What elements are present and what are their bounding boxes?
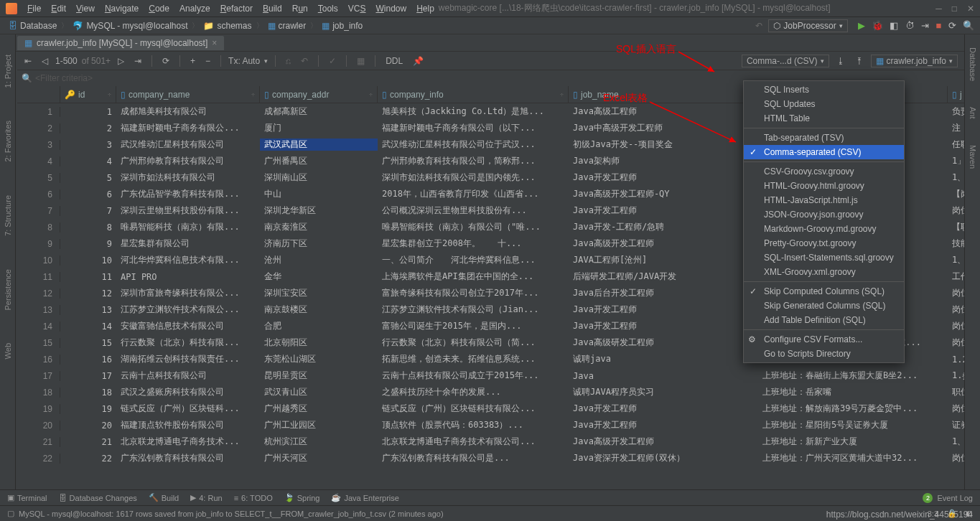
right-tab-ant[interactable]: Ant (967, 101, 979, 125)
cell-company-info[interactable]: 公司概况深圳云里物里科技股份有... (378, 205, 569, 217)
cell-id[interactable]: 19 (60, 404, 116, 414)
menu-xml-groovy[interactable]: XML-Groovy.xml.groovy (744, 265, 904, 279)
cell-company-addr[interactable]: 昆明呈贡区 (260, 370, 378, 382)
cell-company-name[interactable]: 福建新时颖电子商务有限公... (116, 122, 260, 134)
cell-job-name[interactable]: Java开发工程师 (569, 403, 758, 415)
next-page-icon[interactable]: ▷ (115, 55, 127, 67)
bottom-build[interactable]: 🔨 Build (149, 493, 179, 502)
cell-job-name[interactable]: Java高级开发工程师-QY (569, 188, 758, 200)
menu-html-table[interactable]: HTML Table (744, 111, 904, 126)
cell-company-name[interactable]: 成都旭美科技有限公司 (116, 105, 260, 118)
cell-job-name[interactable]: Java开发工程师 (569, 320, 758, 332)
run-config-dropdown[interactable]: ⬡JobProcessor▾ (768, 19, 847, 32)
menu-run[interactable]: Run (288, 2, 312, 15)
cell-job-addr[interactable]: 上班地址：星阳街5号吴证券大厦 (758, 419, 948, 431)
profile-button[interactable]: ⏱ (905, 20, 915, 31)
close-button[interactable]: ✕ (967, 4, 974, 14)
export-format-dropdown[interactable]: Comma-...d (CSV)▾ (742, 55, 829, 67)
cell-company-name[interactable]: 广州邢帅教育科技有限公司 (116, 155, 260, 167)
left-tab-persistence[interactable]: Persistence (2, 263, 14, 316)
maximize-button[interactable]: □ (952, 4, 957, 14)
cell-id[interactable]: 9 (60, 239, 116, 249)
menu-configure-csv[interactable]: ⚙Configure CSV Formats... (744, 332, 904, 347)
debug-button[interactable]: 🐞 (872, 20, 883, 31)
menu-pretty-groovy[interactable]: Pretty-Groovy.txt.groovy (744, 236, 904, 250)
column-id[interactable]: 🔑id÷ (60, 86, 116, 103)
stop-button[interactable]: ■ (935, 20, 941, 31)
cell-job-name[interactable]: Java (569, 371, 758, 381)
rollback-icon[interactable]: ↶ (298, 55, 311, 67)
cell-company-info[interactable]: 广州邢帅教育科技有限公司，简称邢... (378, 155, 569, 167)
cell-company-info[interactable]: 拓新思维，创造未来。拓维信息系统... (378, 353, 569, 365)
cell-company-addr[interactable]: 深圳宝安区 (260, 287, 378, 299)
cell-id[interactable]: 5 (60, 173, 116, 183)
cell-company-addr[interactable]: 厦门 (260, 122, 378, 134)
close-tab-icon[interactable]: × (212, 38, 217, 48)
cell-job-addr[interactable]: 上班地址：新新产业大厦 (758, 436, 948, 448)
cell-company-info[interactable]: 行云数聚（北京）科技有限公司（简... (378, 337, 569, 349)
cell-company-name[interactable]: 北京联龙博通电子商务技术... (116, 436, 260, 448)
cell-id[interactable]: 1 (60, 107, 116, 117)
cell-id[interactable]: 15 (60, 338, 116, 348)
menu-edit[interactable]: Edit (47, 2, 70, 15)
cell-company-name[interactable]: 链式反应（广州）区块链科... (116, 403, 260, 415)
submit-icon[interactable]: ✓ (326, 55, 339, 67)
cell-id[interactable]: 13 (60, 305, 116, 315)
cell-job-name[interactable]: Java高级研发工程师 (569, 337, 758, 349)
cell-id[interactable]: 17 (60, 371, 116, 381)
cell-company-info[interactable]: 上海埃腾软件是API集团在中国的全... (378, 271, 569, 283)
cell-id[interactable]: 18 (60, 388, 116, 398)
breadcrumb-database[interactable]: 🗄Database (6, 21, 60, 31)
cell-company-name[interactable]: 深圳云里物里科技股份有限... (116, 205, 260, 217)
cell-job-addr[interactable]: 上班地址：广州天河区黄埔大道中32... (758, 452, 948, 464)
cell-id[interactable]: 14 (60, 321, 116, 332)
cell-job-name[interactable]: 诚聘JAVA程序员实习 (569, 386, 758, 398)
menu-json-groovy[interactable]: JSON-Groovy.json.groovy (744, 207, 904, 222)
bottom-java-ee[interactable]: ☕ Java Enterprise (331, 493, 398, 502)
cell-company-addr[interactable]: 杭州滨江区 (260, 436, 378, 448)
cell-id[interactable]: 7 (60, 206, 116, 216)
next-page-all-icon[interactable]: ⇥ (131, 55, 144, 67)
menu-csv[interactable]: ✓Comma-separated (CSV) (744, 145, 904, 159)
column-company-info[interactable]: ▯company_info÷ (378, 86, 569, 103)
cell-company-addr[interactable]: 深圳南山区 (260, 172, 378, 184)
menu-refactor[interactable]: Refactor (216, 2, 257, 15)
breadcrumb-mysql[interactable]: 🐬MySQL - mysql@localhost (70, 21, 190, 31)
cell-company-addr[interactable]: 济南历下区 (260, 238, 378, 250)
cell-job-name[interactable]: Java高级开发工程师 (569, 436, 758, 448)
menu-tsv[interactable]: Tab-separated (TSV) (744, 131, 904, 145)
export-download-icon[interactable]: ⭳ (834, 55, 848, 67)
cell-company-info[interactable]: 福建新时颖电子商务有限公司（以下... (378, 122, 569, 134)
table-row[interactable]: 2020福建顶点软件股份有限公司广州工业园区顶点软件（股票代码：603383）.… (17, 417, 980, 433)
cell-company-name[interactable]: 武汉之盛账房科技有限公司 (116, 386, 260, 398)
cell-company-name[interactable]: 福建顶点软件股份有限公司 (116, 419, 260, 431)
cell-company-info[interactable]: 星宏集群创立于2008年。 十... (378, 238, 569, 250)
menu-sql-insert-groovy[interactable]: SQL-Insert-Statements.sql.groovy (744, 250, 904, 265)
cell-job-addr[interactable]: 上班地址：春融街上海东盟大厦B坐2... (758, 370, 948, 382)
menu-add-table-def[interactable]: Add Table Definition (SQL) (744, 313, 904, 327)
cell-company-addr[interactable]: 武汉青山区 (260, 386, 378, 398)
cell-company-addr[interactable]: 南京鼓楼区 (260, 304, 378, 316)
prev-page-all-icon[interactable]: ⇤ (22, 55, 34, 67)
cell-company-info[interactable]: 唯易智能科技（南京）有限公司（"唯... (378, 221, 569, 233)
cell-job-name[interactable]: 诚聘java (569, 353, 758, 365)
cell-company-info[interactable]: 广东泓钊教育科技有限公司是... (378, 452, 569, 464)
cell-id[interactable]: 3 (60, 140, 116, 150)
cell-id[interactable]: 12 (60, 288, 116, 299)
update-button[interactable]: ⟳ (948, 20, 956, 31)
cell-id[interactable]: 21 (60, 437, 116, 447)
cell-company-info[interactable]: 深圳市如法科技有限公司是国内领先... (378, 172, 569, 184)
cell-company-info[interactable]: 北京联龙博通电子商务技术有限公司... (378, 436, 569, 448)
menu-build[interactable]: Build (258, 2, 286, 15)
menu-md-groovy[interactable]: Markdown-Groovy.md.groovy (744, 222, 904, 236)
breadcrumb-schemas[interactable]: 📁schemas (200, 21, 254, 31)
back-icon[interactable]: ↶ (755, 21, 762, 31)
bottom-event-log[interactable]: 2Event Log (923, 493, 973, 503)
table-row[interactable]: 2222广东泓钊教育科技有限公司广州天河区广东泓钊教育科技有限公司是...Jav… (17, 450, 980, 466)
cell-company-info[interactable]: 江苏梦立渊软件技术有限公司（Jian... (378, 304, 569, 316)
menu-view[interactable]: View (72, 2, 99, 15)
cell-company-info[interactable]: 云南十点科技有限公司成立于2015年... (378, 370, 569, 382)
cell-job-name[interactable]: 后端研发工程师/JAVA开发 (569, 271, 758, 283)
cell-company-info[interactable]: 2018年，山西省教育厅印发《山西省... (378, 188, 569, 200)
cell-job-name[interactable]: Java开发-工程师/急聘 (569, 221, 758, 233)
